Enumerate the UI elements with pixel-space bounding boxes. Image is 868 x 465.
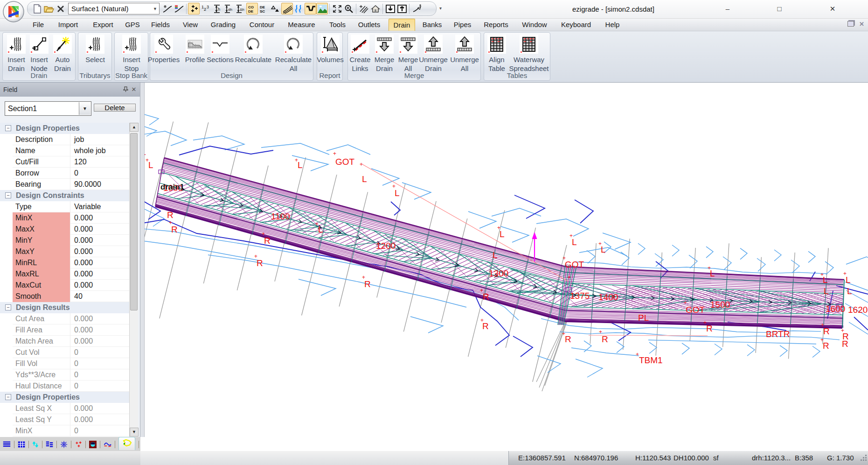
svg-text:GOT: GOT [565, 260, 584, 269]
svg-text:+: + [843, 270, 847, 277]
svg-text:+: + [392, 183, 396, 190]
svg-text:+: + [568, 274, 571, 281]
svg-text:+: + [146, 157, 149, 163]
svg-text:GOT: GOT [686, 305, 705, 315]
svg-text:GOT: GOT [335, 157, 355, 167]
svg-text:+: + [480, 317, 484, 324]
svg-text:+: + [360, 161, 363, 168]
svg-text:L: L [148, 160, 153, 170]
svg-text:+: + [333, 150, 336, 157]
svg-text:dh: dh [228, 7, 232, 12]
svg-text:R: R [167, 210, 174, 220]
svg-text:+: + [254, 253, 257, 260]
svg-text:1620: 1620 [848, 305, 868, 315]
svg-text:DE: DE [248, 9, 254, 14]
svg-text:1100: 1100 [271, 211, 290, 221]
svg-text:+: + [703, 319, 707, 326]
svg-text:1500: 1500 [710, 300, 730, 310]
svg-text:+: + [480, 287, 483, 294]
svg-text:R: R [823, 326, 830, 336]
svg-text:+: + [841, 327, 844, 334]
svg-text:1200: 1200 [376, 241, 396, 251]
svg-text:+: + [708, 265, 711, 271]
svg-text:+: + [599, 329, 602, 335]
svg-text:R: R [257, 258, 263, 268]
svg-text:L: L [847, 286, 852, 296]
svg-text:R: R [565, 334, 571, 344]
svg-text:+: + [684, 299, 687, 306]
svg-text:+: + [569, 232, 573, 239]
svg-text:L: L [318, 225, 323, 234]
svg-text:+: + [315, 221, 319, 227]
svg-text:L: L [362, 174, 367, 184]
svg-text:TBM1: TBM1 [639, 355, 663, 365]
svg-text:CO: CO [248, 5, 254, 9]
svg-text:1375: 1375 [570, 291, 590, 301]
svg-text:R: R [264, 236, 271, 246]
svg-text:+: + [821, 322, 824, 328]
svg-text:drain1: drain1 [160, 183, 184, 191]
svg-text:BRTR: BRTR [766, 329, 790, 339]
svg-text:+: + [295, 157, 298, 163]
svg-text:PL: PL [638, 313, 649, 323]
svg-text:+: + [636, 351, 639, 358]
svg-text:R: R [823, 341, 829, 351]
svg-text:+: + [362, 274, 365, 281]
svg-text:+: + [562, 255, 566, 261]
svg-text:2: 2 [204, 7, 206, 12]
svg-text:R: R [483, 292, 489, 302]
svg-text:R: R [171, 225, 178, 234]
svg-text:+: + [497, 225, 500, 231]
svg-text:SC: SC [260, 9, 265, 14]
svg-text:Δh: Δh [240, 7, 244, 12]
svg-text:1600: 1600 [826, 304, 845, 314]
svg-text:+: + [169, 219, 172, 226]
svg-text:L: L [824, 286, 829, 296]
svg-text:1300: 1300 [489, 268, 508, 278]
svg-text:+: + [598, 240, 602, 247]
svg-text:L: L [145, 147, 146, 157]
svg-text:+: + [262, 231, 265, 237]
svg-text:L: L [493, 250, 498, 260]
svg-text:R: R [706, 324, 713, 333]
svg-text:L: L [298, 160, 303, 170]
svg-text:DE: DE [260, 5, 265, 9]
svg-text:+: + [562, 331, 565, 337]
svg-text:h: h [218, 7, 220, 12]
svg-text:1400: 1400 [598, 292, 618, 302]
svg-text:R: R [602, 334, 608, 344]
svg-text:+: + [820, 271, 824, 278]
svg-text:R: R [842, 339, 848, 349]
svg-text:3: 3 [207, 5, 209, 9]
svg-text:L: L [395, 188, 400, 198]
svg-text:+: + [820, 337, 824, 343]
svg-text:R: R [364, 279, 371, 289]
